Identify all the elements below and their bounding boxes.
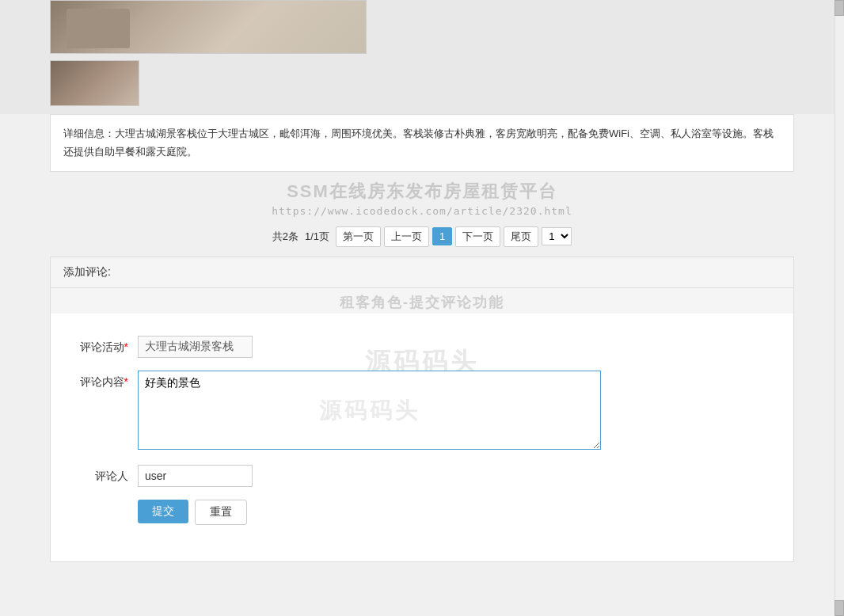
comment-function-watermark: 租客角色-提交评论功能	[51, 293, 793, 312]
buttons-row: 提交 重置	[74, 500, 770, 525]
first-page-btn[interactable]: 第一页	[336, 226, 381, 247]
content-label: 评论内容*	[74, 371, 138, 393]
content-textarea[interactable]: 好美的景色	[138, 371, 601, 450]
image-section	[0, 0, 844, 114]
description-section: 详细信息：大理古城湖景客栈位于大理古城区，毗邻洱海，周围环境优美。客栈装修古朴典…	[50, 114, 794, 172]
reviewer-input[interactable]	[138, 465, 253, 487]
activity-label: 评论活动*	[74, 336, 138, 358]
reset-button[interactable]: 重置	[195, 500, 247, 525]
current-page-btn[interactable]: 1	[432, 227, 452, 245]
url-watermark: https://www.icodedock.com/article/2320.h…	[0, 205, 844, 217]
content-row: 评论内容* 好美的景色 源码码头	[74, 371, 770, 452]
last-page-btn[interactable]: 尾页	[504, 226, 538, 247]
page-select[interactable]: 1	[542, 227, 572, 245]
comment-section: 添加评论: 租客角色-提交评论功能 源码码头 评论活动* 评论内容*	[50, 257, 794, 562]
activity-input[interactable]	[138, 336, 253, 358]
activity-required: *	[124, 340, 128, 353]
content-required: *	[124, 375, 128, 388]
pagination-section: 共2条 1/1页 第一页 上一页 1 下一页 尾页 1	[0, 220, 844, 257]
scrollbar-track	[834, 0, 844, 616]
activity-row: 评论活动*	[74, 336, 770, 358]
scrollbar-thumb-top[interactable]	[834, 0, 844, 16]
page-wrapper: 详细信息：大理古城湖景客栈位于大理古城区，毗邻洱海，周围环境优美。客栈装修古朴典…	[0, 0, 844, 562]
pagination-total: 共2条	[272, 230, 298, 244]
submit-button[interactable]: 提交	[138, 500, 188, 523]
reviewer-label: 评论人	[74, 465, 138, 487]
thumb-image	[50, 60, 139, 106]
comment-header: 添加评论:	[51, 257, 793, 288]
scrollbar-thumb-bottom[interactable]	[834, 600, 844, 616]
comment-header-label: 添加评论:	[63, 265, 111, 278]
pagination-page-info: 1/1页	[305, 230, 329, 244]
reviewer-row: 评论人	[74, 465, 770, 487]
main-image	[50, 0, 367, 54]
comment-form: 源码码头 评论活动* 评论内容* 好美的景色 源码码头	[51, 314, 793, 561]
prev-page-btn[interactable]: 上一页	[384, 226, 429, 247]
platform-watermark: SSM在线房东发布房屋租赁平台	[0, 180, 844, 203]
next-page-btn[interactable]: 下一页	[455, 226, 500, 247]
description-text: 详细信息：大理古城湖景客栈位于大理古城区，毗邻洱海，周围环境优美。客栈装修古朴典…	[63, 127, 774, 158]
